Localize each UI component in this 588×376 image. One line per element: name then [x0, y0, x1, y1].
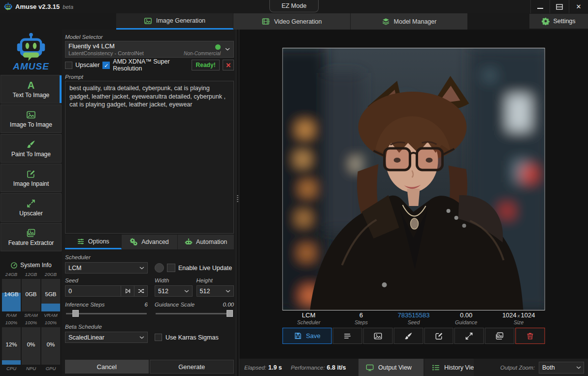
seed-link[interactable]: 783515583	[388, 311, 440, 319]
output-area: LCM Scheduler 6 Steps 783515583 Seed 0.0…	[239, 30, 588, 376]
close-icon: ✕	[576, 3, 582, 10]
width-value: 512	[158, 288, 168, 295]
chevron-down-icon	[225, 48, 230, 51]
sidebar-item-image-inpaint[interactable]: Image Inpaint	[0, 164, 62, 192]
trash-icon	[526, 332, 535, 341]
skip-end-icon	[124, 287, 131, 295]
stat-guidance: 0.00 Guidance	[440, 311, 492, 325]
sidebar: AMUSE A Text To Image Image To Image Pai…	[0, 30, 62, 376]
generated-image	[283, 48, 545, 310]
send-to-paint-button[interactable]	[393, 328, 423, 344]
height-label: Height	[196, 277, 213, 283]
amuse-app-window: Amuse v2.3.15 beta EZ Mode ✕ Image Gener…	[0, 0, 588, 376]
settings-button[interactable]: Settings	[529, 14, 588, 29]
gauge-icon	[10, 260, 18, 270]
output-view-button[interactable]: Output View	[359, 359, 424, 376]
gears-icon	[130, 237, 138, 247]
tab-label: Video Generation	[274, 18, 322, 25]
model-selector-dropdown[interactable]: Fluently v4 LCM LatentConsistency - Cont…	[65, 41, 234, 58]
scheduler-value: LCM	[68, 265, 81, 272]
guidance-label: Guidance Scale	[155, 302, 195, 308]
send-to-feature-extractor-button[interactable]	[485, 328, 515, 344]
images-icon	[26, 228, 36, 238]
output-zoom-dropdown[interactable]: Both	[539, 362, 584, 374]
cancel-button[interactable]: Cancel	[65, 360, 149, 374]
tab-options[interactable]: Options	[65, 235, 122, 249]
live-update-toggle[interactable]	[155, 263, 164, 273]
sidebar-item-label: Image To Image	[10, 121, 52, 128]
delete-image-button[interactable]	[516, 328, 545, 344]
reuse-seed-button[interactable]	[121, 286, 134, 296]
system-info-panel: System Info 24GB 14GB RAM 12GB 0GB SRAM …	[0, 260, 62, 372]
beta-schedule-dropdown[interactable]: ScaledLinear	[65, 332, 148, 343]
tab-label: Options	[88, 238, 109, 245]
save-icon	[294, 332, 302, 340]
send-to-inpaint-button[interactable]	[424, 328, 454, 344]
beta-schedule-label: Beta Schedule	[65, 324, 102, 330]
chevron-down-icon	[139, 336, 144, 339]
usage-gauges: 100% 12% CPU 100% 0% NPU 100% 0% GPU	[0, 320, 62, 372]
send-to-image-to-image-button[interactable]	[363, 328, 392, 344]
sidebar-item-feature-extractor[interactable]: Feature Extractor	[0, 223, 62, 251]
height-value: 512	[200, 288, 210, 295]
random-seed-button[interactable]	[134, 286, 147, 296]
stat-size: 1024x1024 Size	[492, 311, 545, 325]
shuffle-icon	[137, 287, 145, 295]
height-dropdown[interactable]: 512	[196, 285, 234, 297]
tab-video-generation[interactable]: Video Generation	[233, 13, 351, 30]
output-statusbar: Elapsed: 1.9 s Performance: 6.8 it/s Out…	[239, 358, 588, 376]
list-icon	[431, 363, 440, 373]
tab-image-generation[interactable]: Image Generation	[116, 13, 233, 30]
guidance-slider[interactable]	[156, 310, 233, 317]
slider-handle[interactable]	[72, 310, 79, 317]
inference-steps-slider[interactable]	[66, 310, 147, 317]
maximize-button[interactable]	[550, 0, 569, 13]
unload-model-button[interactable]: ✕	[223, 60, 234, 70]
slider-handle[interactable]	[227, 310, 233, 317]
stat-seed: 783515583 Seed	[388, 311, 440, 325]
image-toolbar: Save	[283, 328, 545, 344]
live-update-box[interactable]	[167, 264, 175, 272]
close-button[interactable]: ✕	[569, 0, 588, 13]
generate-button[interactable]: Generate	[150, 360, 234, 374]
xdna-label: AMD XDNA™ Super Resolution	[113, 58, 189, 72]
chevron-down-icon	[576, 366, 581, 369]
ready-button[interactable]: Ready!	[192, 60, 220, 70]
generation-settings-panel: Model Selector Fluently v4 LCM LatentCon…	[62, 30, 236, 376]
send-to-upscaler-button[interactable]	[455, 328, 484, 344]
history-view-button[interactable]: History View	[425, 359, 474, 376]
gauge-sram: 12GB 0GB SRAM	[22, 272, 40, 318]
karras-checkbox[interactable]	[155, 334, 162, 341]
inference-steps-value: 6	[145, 302, 148, 308]
guidance-value: 0.00	[223, 302, 234, 308]
ez-mode-button[interactable]: EZ Mode	[269, 0, 319, 12]
image-icon	[26, 110, 36, 120]
titlebar: Amuse v2.3.15 beta EZ Mode ✕	[0, 0, 588, 13]
upscaler-label: Upscaler	[75, 62, 99, 68]
seed-input[interactable]	[65, 286, 121, 296]
splitter-grip-icon	[237, 195, 238, 202]
tab-automation[interactable]: Automation	[178, 235, 234, 249]
performance-metric: Performance: 6.8 it/s	[291, 364, 346, 371]
image-info-button[interactable]	[333, 328, 362, 344]
upscaler-checkbox[interactable]	[65, 62, 72, 69]
sidebar-item-upscaler[interactable]: Upscaler	[0, 193, 62, 222]
tab-advanced[interactable]: Advanced	[122, 235, 178, 249]
tab-model-manager[interactable]: Model Manager	[351, 13, 468, 30]
sidebar-item-image-to-image[interactable]: Image To Image	[0, 104, 62, 133]
xdna-checkbox[interactable]: ✓	[102, 62, 110, 69]
karras-label: Use Karras Sigmas	[165, 334, 219, 341]
expand-icon	[465, 332, 474, 341]
panel-splitter[interactable]	[236, 30, 239, 376]
minimize-button[interactable]	[530, 0, 550, 13]
prompt-input[interactable]: best quality, ultra detailed, cyberpunk,…	[65, 81, 234, 234]
width-dropdown[interactable]: 512	[155, 285, 193, 297]
sidebar-item-text-to-image[interactable]: A Text To Image	[0, 75, 62, 103]
window-controls: ✕	[530, 0, 588, 13]
tab-label: Advanced	[141, 239, 169, 245]
chevron-down-icon	[226, 290, 230, 293]
save-image-button[interactable]: Save	[283, 328, 332, 344]
sidebar-item-paint-to-image[interactable]: Paint To Image	[0, 134, 62, 163]
elapsed-metric: Elapsed: 1.9 s	[244, 364, 282, 371]
scheduler-dropdown[interactable]: LCM	[65, 262, 148, 273]
